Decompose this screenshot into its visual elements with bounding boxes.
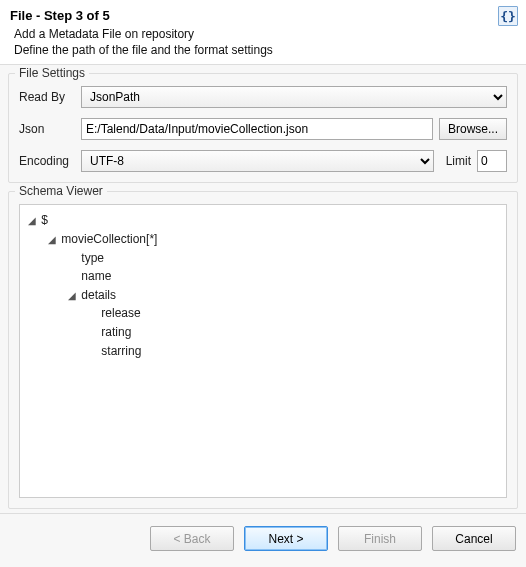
expand-icon[interactable]: ◢	[26, 213, 38, 229]
finish-button[interactable]: Finish	[338, 526, 422, 551]
tree-label: starring	[101, 344, 141, 358]
tree-node-collection[interactable]: ◢ movieCollection[*] type name	[46, 230, 502, 360]
wizard-footer: < Back Next > Finish Cancel	[0, 513, 526, 567]
read-by-label: Read By	[19, 90, 75, 104]
tree-node-starring[interactable]: starring	[86, 342, 502, 361]
file-settings-title: File Settings	[15, 66, 89, 80]
tree-node-type[interactable]: type	[66, 249, 502, 268]
schema-viewer-group: Schema Viewer ◢ $ ◢ movieCollection[*]	[8, 191, 518, 509]
subtitle-line-2: Define the path of the file and the form…	[14, 43, 273, 57]
tree-label: movieCollection[*]	[61, 232, 157, 246]
browse-button[interactable]: Browse...	[439, 118, 507, 140]
tree-node-name[interactable]: name	[66, 267, 502, 286]
tree-label: name	[81, 269, 111, 283]
cancel-button[interactable]: Cancel	[432, 526, 516, 551]
json-path-input[interactable]	[81, 118, 433, 140]
tree-label: release	[101, 306, 140, 320]
expand-icon[interactable]: ◢	[46, 232, 58, 248]
schema-tree[interactable]: ◢ $ ◢ movieCollection[*] type	[19, 204, 507, 498]
schema-viewer-title: Schema Viewer	[15, 184, 107, 198]
back-button[interactable]: < Back	[150, 526, 234, 551]
json-label: Json	[19, 122, 75, 136]
limit-input[interactable]	[477, 150, 507, 172]
encoding-row: Encoding UTF-8 Limit	[19, 150, 507, 172]
page-title: File - Step 3 of 5	[10, 8, 516, 23]
read-by-row: Read By JsonPath	[19, 86, 507, 108]
tree-label: details	[81, 288, 116, 302]
read-by-select[interactable]: JsonPath	[81, 86, 507, 108]
encoding-select[interactable]: UTF-8	[81, 150, 434, 172]
json-icon: {}	[498, 6, 518, 26]
encoding-label: Encoding	[19, 154, 75, 168]
page-subtitle: Add a Metadata File on repository Define…	[14, 26, 516, 58]
tree-label: type	[81, 251, 104, 265]
tree-label: $	[41, 213, 48, 227]
content-area: File Settings Read By JsonPath Json Brow…	[0, 65, 526, 513]
subtitle-line-1: Add a Metadata File on repository	[14, 27, 194, 41]
wizard-header: File - Step 3 of 5 Add a Metadata File o…	[0, 0, 526, 65]
tree-label: rating	[101, 325, 131, 339]
tree-node-root[interactable]: ◢ $ ◢ movieCollection[*] type	[26, 211, 502, 360]
limit-label: Limit	[446, 154, 471, 168]
json-row: Json Browse...	[19, 118, 507, 140]
tree-node-details[interactable]: ◢ details release	[66, 286, 502, 360]
tree-node-release[interactable]: release	[86, 304, 502, 323]
next-button[interactable]: Next >	[244, 526, 328, 551]
file-settings-group: File Settings Read By JsonPath Json Brow…	[8, 73, 518, 183]
expand-icon[interactable]: ◢	[66, 288, 78, 304]
tree-node-rating[interactable]: rating	[86, 323, 502, 342]
